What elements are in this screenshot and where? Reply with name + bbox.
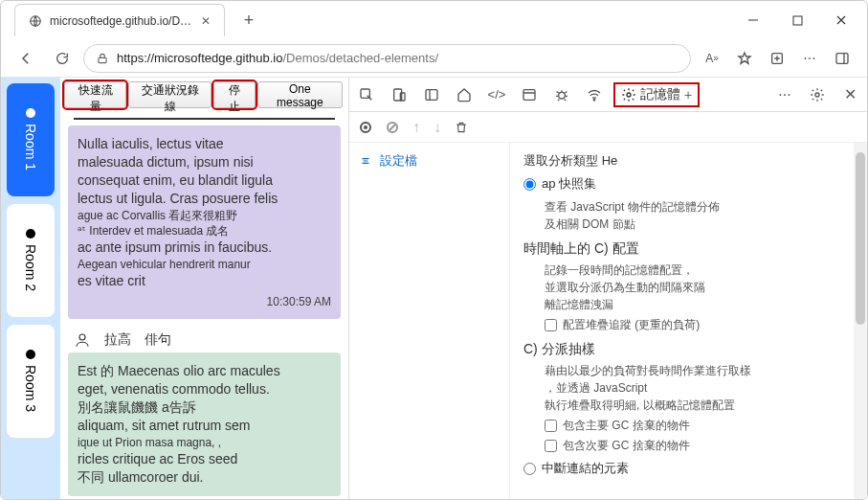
message-bubble-1: Nulla iaculis, lectus vitae malesuada di…	[68, 125, 341, 319]
status-dot	[26, 229, 35, 239]
room-label: Room 1	[23, 124, 38, 170]
collections-button[interactable]	[762, 43, 792, 74]
opt-desc: 離記憶體洩漏	[545, 296, 854, 313]
minimize-button[interactable]	[731, 5, 775, 35]
svg-point-14	[815, 93, 819, 97]
heap-snapshot-option[interactable]: ap 快照集	[523, 175, 854, 193]
memory-tab-label: 記憶體	[640, 86, 680, 103]
settings-icon[interactable]	[806, 83, 829, 106]
opt-title: ap 快照集	[542, 175, 596, 193]
timeline-alloc-title: 時間軸上的 C) 配置	[523, 240, 854, 258]
opt-desc: 記錄一段時間的記憶體配置，	[545, 261, 854, 279]
detached-elements-option[interactable]: 中斷連結的元素	[523, 460, 854, 477]
cb-label: 包含主要 GC 捨棄的物件	[563, 418, 690, 434]
checkbox[interactable]	[545, 420, 557, 432]
major-gc-checkbox[interactable]: 包含主要 GC 捨棄的物件	[545, 418, 854, 434]
devtools-sub-toolbar: ↑ ↓	[349, 112, 867, 143]
svg-rect-10	[523, 89, 535, 100]
checkbox[interactable]	[545, 319, 557, 331]
message-area: 快速流量 交通狀況錄線 停止 One message Nulla iaculis…	[60, 78, 349, 499]
record-icon[interactable]	[359, 121, 372, 134]
read-aloud-button[interactable]: A»	[697, 43, 727, 74]
svg-rect-9	[426, 89, 437, 100]
memory-tab[interactable]: 記憶體 +	[615, 84, 698, 105]
maximize-button[interactable]	[775, 5, 819, 35]
browser-tab[interactable]: microsoftedge.github.io/Demos/d ✕	[14, 4, 225, 36]
fast-traffic-button[interactable]: 快速流量	[64, 81, 126, 108]
home-icon[interactable]	[453, 83, 476, 106]
alloc-sampling-title: C) 分派抽樣	[523, 341, 854, 358]
opt-title: 中斷連結的元素	[542, 460, 629, 477]
new-tab-button[interactable]: +	[234, 6, 263, 34]
tab-close-icon[interactable]: ✕	[201, 14, 211, 28]
post-author: 拉高	[104, 330, 131, 349]
opt-desc: 執行堆疊取得明細, 以概略記憶體配置	[545, 397, 854, 414]
message-time: 10:30:59 AM	[78, 294, 331, 309]
room-3[interactable]: Room 3	[7, 325, 55, 438]
window-controls	[731, 5, 863, 35]
detached-elements-radio[interactable]	[523, 463, 536, 475]
msg-line: ac ante ipsum primis in faucibus.	[78, 239, 331, 257]
stop-button[interactable]: 停止	[213, 81, 256, 108]
panel-icon[interactable]	[420, 83, 443, 106]
scrollbar-thumb[interactable]	[856, 152, 865, 325]
down-icon[interactable]: ↓	[434, 119, 441, 136]
network-icon[interactable]	[583, 83, 606, 106]
room-2[interactable]: Room 2	[7, 204, 55, 317]
devtools-body: 設定檔 選取分析類型 He ap 快照集 查看 JavaScript 物件的記憶…	[349, 143, 867, 499]
heap-snapshot-radio[interactable]	[523, 178, 536, 191]
devtools-close-icon[interactable]: ✕	[838, 83, 861, 106]
device-icon[interactable]	[388, 83, 411, 106]
more-icon[interactable]: ···	[773, 83, 796, 106]
opt-desc: 並選取分派仍為生動的間隔來隔	[545, 279, 854, 296]
back-button[interactable]	[11, 43, 41, 74]
address-bar: https://microsoftedge.github.io/Demos/de…	[1, 39, 867, 78]
close-button[interactable]	[819, 5, 863, 35]
status-dot	[26, 108, 35, 118]
menu-button[interactable]: ···	[794, 43, 825, 74]
rooms-sidebar: Room 1 Room 2 Room 3	[1, 78, 60, 499]
scrollbar[interactable]	[854, 143, 867, 499]
bug-icon[interactable]	[550, 83, 573, 106]
favorite-button[interactable]	[729, 43, 760, 74]
opt-desc: 藉由以最少的負荷對長時間作業進行取樣	[545, 362, 854, 379]
message-bubble-2: Est 的 Maecenas olio arc macules eget, ve…	[68, 352, 341, 496]
opt-desc: 查看 JavaScript 物件的記憶體分佈	[545, 198, 854, 216]
gear-icon	[621, 87, 636, 102]
clear-icon[interactable]	[386, 121, 399, 134]
checkbox[interactable]	[545, 440, 557, 452]
memory-options-panel: 選取分析類型 He ap 快照集 查看 JavaScript 物件的記憶體分佈 …	[510, 143, 867, 499]
up-icon[interactable]: ↑	[412, 119, 420, 136]
person-icon	[74, 331, 91, 349]
msg-line: consequat enim, eu blandit ligula	[78, 171, 331, 190]
refresh-button[interactable]	[47, 43, 78, 74]
inspect-icon[interactable]	[355, 83, 378, 106]
messages-list[interactable]: Nulla iaculis, lectus vitae malesuada di…	[60, 112, 348, 499]
stack-trace-checkbox[interactable]: 配置堆疊追蹤 (更重的負荷)	[545, 317, 854, 333]
post-subtitle: 俳句	[145, 330, 171, 349]
svg-rect-4	[836, 53, 848, 63]
sources-icon[interactable]: </>	[485, 83, 508, 106]
tab-title: microsoftedge.github.io/Demos/d	[50, 14, 193, 28]
devtools-tabbar: </> 記憶體 + ··· ✕	[349, 78, 867, 112]
msg-line: Est 的 Maecenas olio arc macules	[78, 362, 331, 380]
status-dot	[26, 350, 35, 359]
add-tab-icon[interactable]: +	[684, 87, 692, 102]
url-path: /Demos/detached-elements/	[282, 51, 438, 65]
sidebar-toggle[interactable]	[827, 43, 857, 74]
msg-line: Aegean vehicular hendrerit manur	[78, 257, 331, 272]
room-label: Room 3	[23, 365, 38, 412]
msg-line: ique ut Prion masa magna, ,	[78, 435, 331, 450]
msg-line: 不同 ullamcoroer dui.	[78, 468, 331, 487]
url-box[interactable]: https://microsoftedge.github.io/Demos/de…	[83, 44, 691, 73]
trash-icon[interactable]	[455, 121, 468, 134]
svg-rect-2	[99, 57, 106, 62]
cb-label: 配置堆疊追蹤 (更重的負荷)	[563, 317, 700, 333]
traffic-recording-button[interactable]: 交通狀況錄線	[128, 81, 211, 108]
msg-line: lectus ut ligula. Cras posuere felis	[78, 190, 331, 208]
one-message-button[interactable]: One message	[257, 81, 343, 108]
minor-gc-checkbox[interactable]: 包含次要 GC 捨棄的物件	[545, 438, 854, 454]
profiles-row[interactable]: 設定檔	[359, 152, 500, 170]
app-icon[interactable]	[518, 83, 541, 106]
room-1[interactable]: Room 1	[7, 83, 55, 196]
